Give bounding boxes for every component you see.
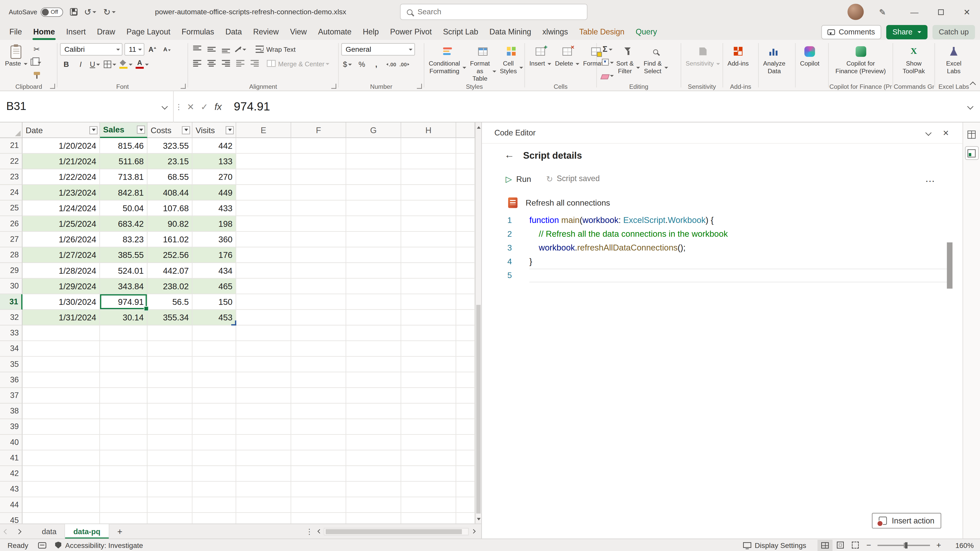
column-header-date[interactable]: Date — [22, 122, 100, 138]
grid-cell[interactable] — [192, 372, 236, 388]
grid-cell[interactable]: 453 — [192, 310, 236, 326]
grid-cell[interactable] — [22, 372, 100, 388]
grid-cell[interactable] — [100, 341, 148, 357]
chevron-down-icon[interactable] — [925, 130, 931, 136]
grid-cell[interactable] — [401, 263, 456, 279]
row-header-39[interactable]: 39 — [0, 419, 22, 435]
grid-cell[interactable]: 842.81 — [100, 185, 148, 200]
pane-switcher-grid-icon[interactable] — [965, 127, 978, 141]
grid-cell[interactable]: 433 — [192, 200, 236, 216]
formula-bar-splitter[interactable]: ⋮ — [174, 102, 184, 111]
zoom-slider[interactable] — [877, 545, 930, 546]
grid-cell[interactable]: 1/31/2024 — [22, 310, 100, 326]
grid-cell[interactable] — [401, 200, 456, 216]
grid-cell[interactable]: 465 — [192, 279, 236, 294]
tab-table-design[interactable]: Table Design — [574, 24, 630, 40]
sort-filter-button[interactable]: Sort & Filter — [614, 43, 641, 76]
row-header-21[interactable]: 21 — [0, 138, 22, 154]
grid-cell[interactable] — [236, 216, 291, 232]
grid-cell[interactable] — [346, 326, 401, 341]
grid-cell[interactable] — [192, 326, 236, 341]
scroll-right-icon[interactable] — [469, 527, 477, 536]
grid-cell[interactable]: 1/30/2024 — [22, 294, 100, 310]
grid-cell[interactable]: 68.55 — [148, 169, 192, 185]
tab-xlwings[interactable]: xlwings — [537, 24, 573, 40]
grid-cell[interactable] — [291, 497, 346, 513]
comments-button[interactable]: Comments — [821, 25, 881, 39]
grid-cell[interactable] — [291, 482, 346, 497]
row-header-25[interactable]: 25 — [0, 200, 22, 216]
add-sheet-button[interactable]: + — [113, 526, 127, 536]
tab-automate[interactable]: Automate — [312, 24, 357, 40]
grid-cell[interactable] — [22, 341, 100, 357]
grid-cell[interactable]: 385.55 — [100, 248, 148, 263]
run-button[interactable]: ▷Run — [506, 174, 531, 183]
grid-cell[interactable] — [401, 216, 456, 232]
grid-cell[interactable] — [401, 138, 456, 154]
row-header-28[interactable]: 28 — [0, 248, 22, 263]
code-line[interactable]: 5 — [482, 268, 954, 283]
grid-cell[interactable]: 323.55 — [148, 138, 192, 154]
paste-button[interactable]: Paste — [3, 43, 29, 68]
sheet-more-button[interactable]: ⋮ — [304, 527, 315, 536]
grid-cell[interactable] — [456, 263, 475, 279]
grid-cell[interactable] — [291, 216, 346, 232]
grid-cell[interactable] — [22, 435, 100, 450]
code-line[interactable]: 2 // Refresh all the data connections in… — [482, 227, 954, 241]
column-header-visits[interactable]: Visits — [192, 122, 236, 138]
code-line[interactable]: 3 workbook.refreshAllDataConnections(); — [482, 241, 954, 255]
row-header-33[interactable]: 33 — [0, 326, 22, 341]
grid-cell[interactable] — [236, 326, 291, 341]
format-painter-button[interactable] — [30, 69, 43, 81]
row-header-35[interactable]: 35 — [0, 357, 22, 372]
grid-cell[interactable] — [346, 388, 401, 403]
row-header-40[interactable]: 40 — [0, 435, 22, 450]
grid-cell[interactable]: 56.5 — [148, 294, 192, 310]
grid-cell[interactable] — [291, 403, 346, 419]
select-all-corner[interactable] — [0, 122, 22, 138]
grid-cell[interactable] — [401, 419, 456, 435]
grid-cell[interactable] — [192, 497, 236, 513]
row-header-37[interactable]: 37 — [0, 388, 22, 403]
insert-action-button[interactable]: Insert action — [872, 513, 941, 529]
autosave-switch-icon[interactable]: Off — [40, 7, 63, 17]
tab-formulas[interactable]: Formulas — [176, 24, 220, 40]
grid-cell[interactable] — [401, 310, 456, 326]
grid-cell[interactable] — [456, 357, 475, 372]
close-icon[interactable]: × — [943, 128, 949, 138]
grid-cell[interactable] — [100, 497, 148, 513]
grid-cell[interactable] — [346, 482, 401, 497]
increase-indent-button[interactable] — [248, 57, 261, 69]
grid-cell[interactable]: 1/24/2024 — [22, 200, 100, 216]
grid-cell[interactable] — [100, 435, 148, 450]
zoom-in-button[interactable]: + — [932, 540, 945, 550]
grid-cell[interactable] — [148, 466, 192, 482]
grid-cell[interactable]: 1/20/2024 — [22, 138, 100, 154]
tab-power-pivot[interactable]: Power Pivot — [384, 24, 437, 40]
display-settings-button[interactable]: Display Settings — [755, 541, 806, 549]
grid-cell[interactable]: 1/22/2024 — [22, 169, 100, 185]
grid-cell[interactable]: 1/28/2024 — [22, 263, 100, 279]
grid-cell[interactable] — [236, 372, 291, 388]
grid-cell[interactable] — [148, 388, 192, 403]
grid-cell[interactable]: 1/29/2024 — [22, 279, 100, 294]
italic-button[interactable]: I — [74, 58, 87, 70]
grid-cell[interactable] — [100, 372, 148, 388]
grid-cell[interactable]: 238.02 — [148, 279, 192, 294]
grid-cell[interactable]: 1/25/2024 — [22, 216, 100, 232]
increase-decimal-button[interactable]: .00 — [384, 58, 397, 70]
grid-cell[interactable] — [401, 388, 456, 403]
grid-cell[interactable] — [401, 248, 456, 263]
grid-cell[interactable] — [192, 435, 236, 450]
grid-cell[interactable] — [192, 403, 236, 419]
grid-cell[interactable]: 1/21/2024 — [22, 154, 100, 169]
page-layout-view-button[interactable] — [832, 540, 848, 551]
grid-cell[interactable] — [346, 419, 401, 435]
insert-function-icon[interactable]: fx — [211, 91, 225, 122]
horizontal-scroll-thumb[interactable] — [326, 529, 462, 534]
grid-cell[interactable] — [401, 403, 456, 419]
close-button[interactable]: ✕ — [954, 0, 980, 24]
cut-button[interactable]: ✂ — [30, 43, 43, 55]
grid-cell[interactable] — [456, 466, 475, 482]
tab-draw[interactable]: Draw — [91, 24, 121, 40]
